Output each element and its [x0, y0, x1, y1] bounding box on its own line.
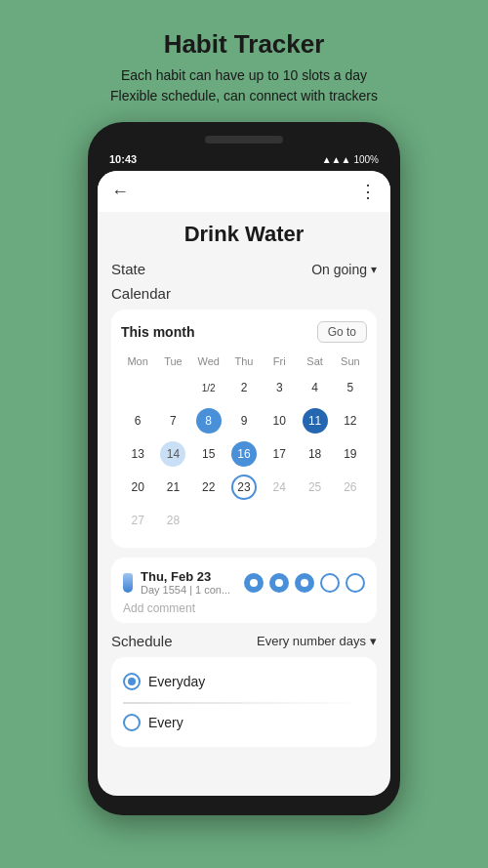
- cal-cell-13[interactable]: 13: [121, 438, 154, 470]
- state-value-text: On going: [311, 262, 367, 277]
- cal-cell-19[interactable]: 19: [334, 438, 367, 470]
- detail-info: Thu, Feb 23 Day 1554 | 1 con...: [141, 569, 236, 596]
- cal-cell: [298, 505, 331, 536]
- cal-cell: [192, 505, 225, 536]
- add-comment-button[interactable]: Add comment: [123, 601, 365, 615]
- cal-cell-18[interactable]: 18: [298, 438, 331, 470]
- everyday-option[interactable]: Everyday: [123, 669, 365, 694]
- calendar-grid: Mon Tue Wed Thu Fri Sat Sun 1/2 2 3 4 5: [121, 352, 367, 536]
- phone-notch: [205, 136, 283, 144]
- status-time: 10:43: [109, 153, 137, 165]
- cal-cell-5[interactable]: 5: [334, 372, 367, 403]
- cal-cell-12[interactable]: 12: [334, 405, 367, 436]
- month-label: This month: [121, 324, 194, 340]
- cal-cell-24[interactable]: 24: [263, 472, 296, 503]
- cal-cell-23[interactable]: 23: [227, 472, 261, 503]
- calendar-label: Calendar: [111, 285, 377, 302]
- habit-slot-1[interactable]: [244, 573, 264, 593]
- schedule-value-text: Every number days: [257, 634, 366, 648]
- cal-cell: [263, 505, 296, 536]
- cal-cell-26[interactable]: 26: [334, 472, 367, 503]
- cal-cell-3[interactable]: 3: [263, 372, 296, 403]
- day-header-thu: Thu: [227, 352, 261, 370]
- cal-cell-9[interactable]: 9: [227, 405, 261, 436]
- detail-sub: Day 1554 | 1 con...: [141, 584, 236, 596]
- detail-header: Thu, Feb 23 Day 1554 | 1 con...: [123, 569, 365, 596]
- cal-cell-8[interactable]: 8: [192, 405, 225, 436]
- state-chevron-icon: ▾: [371, 263, 377, 276]
- calendar-header: This month Go to: [121, 321, 367, 343]
- cal-cell-10[interactable]: 10: [263, 405, 296, 436]
- divider: [123, 702, 365, 704]
- battery-icon: 100%: [353, 154, 379, 165]
- day-header-fri: Fri: [263, 352, 296, 370]
- page-subtitle: Each habit can have up to 10 slots a day…: [110, 65, 378, 106]
- cal-cell-25[interactable]: 25: [298, 472, 331, 503]
- schedule-section: Schedule Every number days ▾ Everyday Ev…: [111, 633, 377, 747]
- cal-cell: [334, 505, 367, 536]
- everyday-radio[interactable]: [123, 673, 141, 690]
- habit-slot-2[interactable]: [269, 573, 289, 593]
- cal-cell: [227, 505, 261, 536]
- detail-date: Thu, Feb 23: [141, 569, 236, 584]
- day-header-mon: Mon: [121, 352, 154, 370]
- cal-cell-4[interactable]: 4: [298, 372, 331, 403]
- habit-title: Drink Water: [111, 222, 377, 247]
- every-n-option[interactable]: Every: [123, 710, 365, 735]
- schedule-chevron-icon: ▾: [370, 634, 377, 648]
- detail-card: Thu, Feb 23 Day 1554 | 1 con... Add comm…: [111, 558, 377, 623]
- more-button[interactable]: ⋮: [359, 181, 377, 202]
- habit-circles: [244, 573, 365, 593]
- cal-cell: [121, 372, 154, 403]
- habit-slot-4[interactable]: [320, 573, 340, 593]
- state-label: State: [111, 261, 145, 277]
- cal-cell-2[interactable]: 2: [227, 372, 261, 403]
- screen-content: Drink Water State On going ▾ Calendar Th…: [98, 212, 390, 757]
- schedule-card: Everyday Every: [111, 657, 377, 747]
- cal-cell-11[interactable]: 11: [298, 405, 331, 436]
- every-n-label: Every: [148, 715, 183, 730]
- signal-icon: ▲▲▲: [322, 154, 351, 165]
- habit-slot-3[interactable]: [295, 573, 314, 593]
- habit-slot-5[interactable]: [346, 573, 365, 593]
- everyday-label: Everyday: [148, 674, 205, 689]
- state-dropdown[interactable]: On going ▾: [311, 262, 377, 277]
- cal-cell-15[interactable]: 15: [192, 438, 225, 470]
- cal-cell: [156, 372, 189, 403]
- cal-cell-17[interactable]: 17: [263, 438, 296, 470]
- cal-cell-21[interactable]: 21: [156, 472, 189, 503]
- schedule-dropdown[interactable]: Every number days ▾: [257, 634, 377, 648]
- day-header-tue: Tue: [156, 352, 189, 370]
- cal-cell-16[interactable]: 16: [227, 438, 261, 470]
- cal-cell-20[interactable]: 20: [121, 472, 154, 503]
- goto-button[interactable]: Go to: [317, 321, 367, 343]
- phone-screen: ← ⋮ Drink Water State On going ▾ Calenda…: [98, 171, 390, 796]
- schedule-row: Schedule Every number days ▾: [111, 633, 377, 649]
- back-button[interactable]: ←: [111, 182, 129, 202]
- cal-cell-7[interactable]: 7: [156, 405, 189, 436]
- cal-cell-14[interactable]: 14: [156, 438, 189, 470]
- status-icons: ▲▲▲ 100%: [322, 154, 379, 165]
- app-bar: ← ⋮: [98, 171, 390, 212]
- calendar-card: This month Go to Mon Tue Wed Thu Fri Sat…: [111, 310, 377, 548]
- day-header-sun: Sun: [334, 352, 367, 370]
- schedule-label: Schedule: [111, 633, 173, 649]
- day-header-sat: Sat: [298, 352, 331, 370]
- every-n-radio[interactable]: [123, 714, 141, 731]
- cal-cell-22[interactable]: 22: [192, 472, 225, 503]
- water-drop-icon: [123, 573, 133, 593]
- cal-cell-28[interactable]: 28: [156, 505, 189, 536]
- cal-cell-6[interactable]: 6: [121, 405, 154, 436]
- status-bar: 10:43 ▲▲▲ 100%: [98, 153, 390, 165]
- phone-frame: 10:43 ▲▲▲ 100% ← ⋮ Drink Water State On …: [88, 122, 400, 815]
- state-row: State On going ▾: [111, 261, 377, 277]
- cal-cell-1-2[interactable]: 1/2: [192, 372, 225, 403]
- cal-cell-27[interactable]: 27: [121, 505, 154, 536]
- page-title: Habit Tracker: [164, 29, 325, 60]
- day-header-wed: Wed: [192, 352, 225, 370]
